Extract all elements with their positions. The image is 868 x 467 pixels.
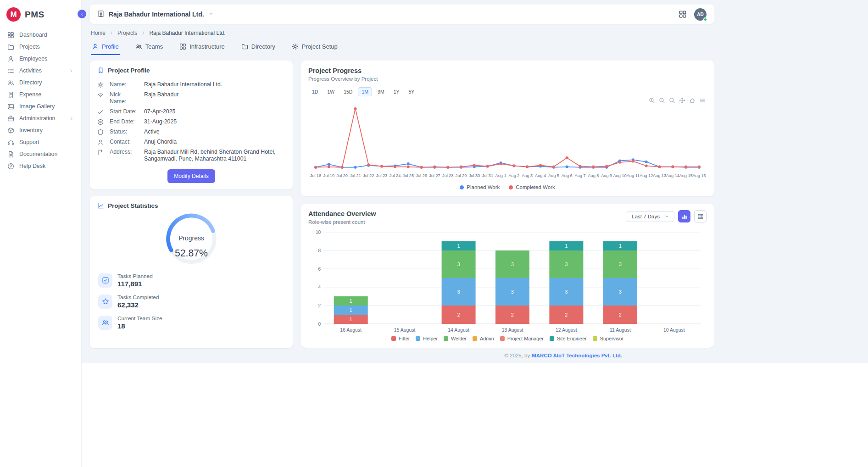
pan-icon[interactable] bbox=[679, 97, 685, 104]
legend-label: Site Engineer bbox=[557, 336, 587, 341]
activities-icon bbox=[7, 67, 14, 74]
svg-text:1: 1 bbox=[350, 317, 352, 322]
field-label: Address: bbox=[110, 149, 139, 156]
card-title: Project Profile bbox=[108, 67, 150, 74]
days-filter-select[interactable]: Last 7 Days bbox=[627, 211, 674, 222]
tab-label: Directory bbox=[251, 43, 275, 50]
check-square-icon bbox=[98, 273, 112, 288]
profile-tab-icon bbox=[92, 43, 99, 50]
svg-text:Jul 23: Jul 23 bbox=[376, 173, 388, 178]
legend-label: Supervisor bbox=[600, 336, 624, 341]
zoom-in-icon[interactable] bbox=[649, 97, 655, 104]
bar-chart-icon bbox=[681, 213, 688, 220]
range-1w-button[interactable]: 1W bbox=[323, 87, 338, 96]
svg-text:Aug 7: Aug 7 bbox=[575, 173, 586, 178]
modify-details-button[interactable]: Modify Details bbox=[167, 169, 215, 183]
legend-item-completed-work[interactable]: Completed Work bbox=[509, 184, 555, 190]
profile-field: Contact: Anuj Chordia bbox=[97, 137, 285, 147]
project-statistics-card: Project Statistics bbox=[90, 196, 293, 348]
svg-text:Jul 29: Jul 29 bbox=[456, 173, 467, 178]
field-value: Active bbox=[144, 128, 285, 135]
breadcrumb-item[interactable]: Home bbox=[91, 30, 106, 36]
zoom-out-icon[interactable] bbox=[659, 97, 665, 104]
field-label: Contact: bbox=[110, 139, 139, 145]
sidebar-item-directory[interactable]: Directory bbox=[0, 77, 81, 89]
footer-company-link[interactable]: MARCO AIoT Technologies Pvt. Ltd. bbox=[532, 353, 622, 358]
table-view-button[interactable] bbox=[694, 210, 707, 222]
field-label: End Date: bbox=[110, 118, 139, 125]
home-icon[interactable] bbox=[689, 97, 696, 104]
sidebar-item-expense[interactable]: Expense bbox=[0, 89, 81, 100]
days-filter-value: Last 7 Days bbox=[632, 214, 660, 219]
signal-icon bbox=[97, 92, 104, 98]
legend-item-planned-work[interactable]: Planned Work bbox=[460, 184, 500, 190]
range-15d-button[interactable]: 15D bbox=[340, 87, 356, 96]
breadcrumb-item: Raja Bahadur International Ltd. bbox=[149, 30, 225, 36]
sidebar-item-projects[interactable]: Projects bbox=[0, 41, 81, 53]
svg-text:10 August: 10 August bbox=[663, 327, 685, 333]
stat-row: Tasks Completed 62,332 bbox=[97, 291, 285, 312]
sidebar-item-employees[interactable]: Employees bbox=[0, 53, 81, 65]
breadcrumb-item[interactable]: Projects bbox=[117, 30, 137, 36]
sidebar: M PMS Dashboard Projects Employees Activ… bbox=[0, 0, 82, 467]
legend-item-project-manager[interactable]: Project Manager bbox=[500, 336, 544, 341]
menu-icon[interactable] bbox=[699, 97, 706, 104]
sidebar-item-administration[interactable]: Administration bbox=[0, 112, 81, 124]
app: M PMS Dashboard Projects Employees Activ… bbox=[0, 0, 868, 467]
progress-line-chart[interactable]: Jul 18Jul 19Jul 20Jul 21Jul 22Jul 23Jul … bbox=[308, 97, 707, 183]
bar-chart-legend: Fitter Helper Welder Admin Project Manag… bbox=[308, 336, 707, 341]
attendance-bar-chart[interactable]: 024681016 August11115 August14 August233… bbox=[308, 227, 707, 336]
tab-project-setup[interactable]: Project Setup bbox=[291, 41, 339, 55]
tab-infrastructure[interactable]: Infrastructure bbox=[178, 41, 226, 55]
legend-item-site-engineer[interactable]: Site Engineer bbox=[550, 336, 587, 341]
company-name: Raja Bahadur International Ltd. bbox=[109, 11, 204, 18]
topbar: Raja Bahadur International Ltd. AD bbox=[90, 5, 714, 24]
field-label: Start Date: bbox=[110, 108, 139, 115]
range-3m-button[interactable]: 3M bbox=[374, 87, 388, 96]
range-5y-button[interactable]: 5Y bbox=[405, 87, 418, 96]
sidebar-item-image-gallery[interactable]: Image Gallery bbox=[0, 100, 81, 112]
svg-text:4: 4 bbox=[318, 285, 321, 290]
range-1m-button[interactable]: 1M bbox=[358, 87, 372, 96]
legend-item-supervisor[interactable]: Supervisor bbox=[593, 336, 624, 341]
profile-fields: Name: Raja Bahadur International Ltd. Ni… bbox=[97, 79, 285, 164]
brand: M PMS bbox=[0, 4, 81, 29]
svg-text:Aug 4: Aug 4 bbox=[535, 173, 546, 178]
legend-marker bbox=[391, 336, 396, 341]
svg-text:1: 1 bbox=[350, 307, 352, 313]
legend-item-helper[interactable]: Helper bbox=[416, 336, 438, 341]
help-desk-icon bbox=[7, 163, 14, 170]
range-1y-button[interactable]: 1Y bbox=[390, 87, 403, 96]
sidebar-item-support[interactable]: Support bbox=[0, 136, 81, 148]
sidebar-item-label: Administration bbox=[19, 115, 56, 122]
sidebar-item-label: Projects bbox=[19, 44, 40, 50]
range-1d-button[interactable]: 1D bbox=[308, 87, 322, 96]
tab-directory[interactable]: Directory bbox=[240, 41, 276, 55]
profile-field: Address: Raja Bahadur Mill Rd, behind Sh… bbox=[97, 147, 285, 164]
magnifier-icon[interactable] bbox=[669, 97, 675, 104]
gauge-label: Progress bbox=[178, 234, 204, 242]
svg-text:3: 3 bbox=[511, 289, 514, 295]
svg-text:Aug 9: Aug 9 bbox=[601, 173, 612, 178]
bar-chart-view-button[interactable] bbox=[678, 210, 690, 222]
sidebar-item-help-desk[interactable]: Help Desk bbox=[0, 160, 81, 172]
legend-label: Welder bbox=[451, 336, 467, 341]
online-status-dot bbox=[703, 17, 707, 22]
infrastructure-tab-icon bbox=[179, 43, 186, 50]
attendance-overview-card: Attendance Overview Role-wise present co… bbox=[301, 204, 714, 348]
apps-grid-icon[interactable] bbox=[679, 10, 687, 18]
legend-marker bbox=[473, 336, 477, 341]
expense-icon bbox=[7, 91, 14, 98]
sidebar-item-activities[interactable]: Activities bbox=[0, 65, 81, 77]
tab-teams[interactable]: Teams bbox=[134, 41, 164, 55]
legend-item-admin[interactable]: Admin bbox=[473, 336, 494, 341]
company-selector[interactable]: Raja Bahadur International Ltd. bbox=[97, 10, 214, 19]
sidebar-item-documentation[interactable]: Documentation bbox=[0, 148, 81, 160]
legend-item-welder[interactable]: Welder bbox=[444, 336, 467, 341]
sidebar-collapse-button[interactable] bbox=[78, 10, 86, 18]
legend-item-fitter[interactable]: Fitter bbox=[391, 336, 410, 341]
tab-profile[interactable]: Profile bbox=[91, 41, 120, 55]
sidebar-item-inventory[interactable]: Inventory bbox=[0, 124, 81, 136]
avatar[interactable]: AD bbox=[694, 8, 707, 21]
sidebar-item-dashboard[interactable]: Dashboard bbox=[0, 29, 81, 41]
